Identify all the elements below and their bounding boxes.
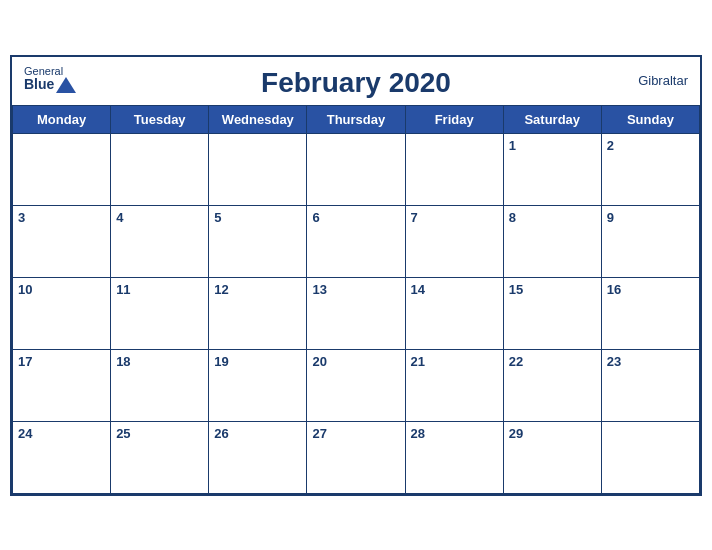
day-number: 10	[18, 282, 32, 297]
weekday-wednesday: Wednesday	[209, 105, 307, 133]
day-number: 27	[312, 426, 326, 441]
logo-blue-text: Blue	[24, 77, 54, 92]
calendar-week-row: 242526272829	[13, 421, 700, 493]
day-number: 23	[607, 354, 621, 369]
calendar-day-cell: 10	[13, 277, 111, 349]
weekday-tuesday: Tuesday	[111, 105, 209, 133]
day-number: 8	[509, 210, 516, 225]
calendar-week-row: 12	[13, 133, 700, 205]
calendar-day-cell: 17	[13, 349, 111, 421]
day-number: 20	[312, 354, 326, 369]
calendar-day-cell: 26	[209, 421, 307, 493]
calendar-day-cell: 11	[111, 277, 209, 349]
day-number: 3	[18, 210, 25, 225]
day-number: 21	[411, 354, 425, 369]
day-number: 15	[509, 282, 523, 297]
calendar-day-cell	[405, 133, 503, 205]
calendar-day-cell: 27	[307, 421, 405, 493]
calendar-title: February 2020	[261, 67, 451, 99]
day-number: 26	[214, 426, 228, 441]
day-number: 29	[509, 426, 523, 441]
weekday-saturday: Saturday	[503, 105, 601, 133]
calendar-day-cell: 23	[601, 349, 699, 421]
calendar-day-cell: 2	[601, 133, 699, 205]
calendar-day-cell	[209, 133, 307, 205]
calendar-day-cell: 9	[601, 205, 699, 277]
svg-marker-0	[56, 77, 76, 93]
calendar-day-cell: 28	[405, 421, 503, 493]
day-number: 2	[607, 138, 614, 153]
calendar-day-cell	[111, 133, 209, 205]
calendar-day-cell: 3	[13, 205, 111, 277]
calendar-day-cell: 4	[111, 205, 209, 277]
calendar-grid: Monday Tuesday Wednesday Thursday Friday…	[12, 105, 700, 494]
logo-icon	[56, 77, 76, 93]
day-number: 11	[116, 282, 130, 297]
calendar-day-cell: 5	[209, 205, 307, 277]
day-number: 18	[116, 354, 130, 369]
logo: General Blue	[24, 65, 76, 93]
calendar-day-cell: 6	[307, 205, 405, 277]
calendar-container: General Blue February 2020 Gibraltar Mon…	[10, 55, 702, 496]
calendar-week-row: 17181920212223	[13, 349, 700, 421]
calendar-day-cell: 25	[111, 421, 209, 493]
logo-general-text: General	[24, 65, 63, 77]
weekday-monday: Monday	[13, 105, 111, 133]
day-number: 16	[607, 282, 621, 297]
calendar-week-row: 10111213141516	[13, 277, 700, 349]
day-number: 22	[509, 354, 523, 369]
day-number: 5	[214, 210, 221, 225]
location-label: Gibraltar	[638, 73, 688, 88]
calendar-day-cell: 14	[405, 277, 503, 349]
calendar-day-cell: 22	[503, 349, 601, 421]
day-number: 13	[312, 282, 326, 297]
day-number: 9	[607, 210, 614, 225]
calendar-day-cell	[13, 133, 111, 205]
weekday-sunday: Sunday	[601, 105, 699, 133]
weekday-thursday: Thursday	[307, 105, 405, 133]
day-number: 6	[312, 210, 319, 225]
calendar-day-cell: 24	[13, 421, 111, 493]
calendar-day-cell: 21	[405, 349, 503, 421]
day-number: 17	[18, 354, 32, 369]
calendar-day-cell: 7	[405, 205, 503, 277]
calendar-day-cell: 8	[503, 205, 601, 277]
calendar-day-cell: 18	[111, 349, 209, 421]
weekday-friday: Friday	[405, 105, 503, 133]
day-number: 1	[509, 138, 516, 153]
calendar-day-cell: 29	[503, 421, 601, 493]
calendar-day-cell: 12	[209, 277, 307, 349]
calendar-header: General Blue February 2020 Gibraltar	[12, 57, 700, 105]
calendar-day-cell	[601, 421, 699, 493]
calendar-day-cell: 19	[209, 349, 307, 421]
day-number: 7	[411, 210, 418, 225]
calendar-week-row: 3456789	[13, 205, 700, 277]
day-number: 28	[411, 426, 425, 441]
calendar-day-cell: 15	[503, 277, 601, 349]
calendar-day-cell: 16	[601, 277, 699, 349]
day-number: 14	[411, 282, 425, 297]
weekday-header-row: Monday Tuesday Wednesday Thursday Friday…	[13, 105, 700, 133]
day-number: 12	[214, 282, 228, 297]
day-number: 19	[214, 354, 228, 369]
day-number: 24	[18, 426, 32, 441]
day-number: 25	[116, 426, 130, 441]
day-number: 4	[116, 210, 123, 225]
calendar-day-cell: 20	[307, 349, 405, 421]
calendar-day-cell: 1	[503, 133, 601, 205]
calendar-day-cell	[307, 133, 405, 205]
calendar-day-cell: 13	[307, 277, 405, 349]
